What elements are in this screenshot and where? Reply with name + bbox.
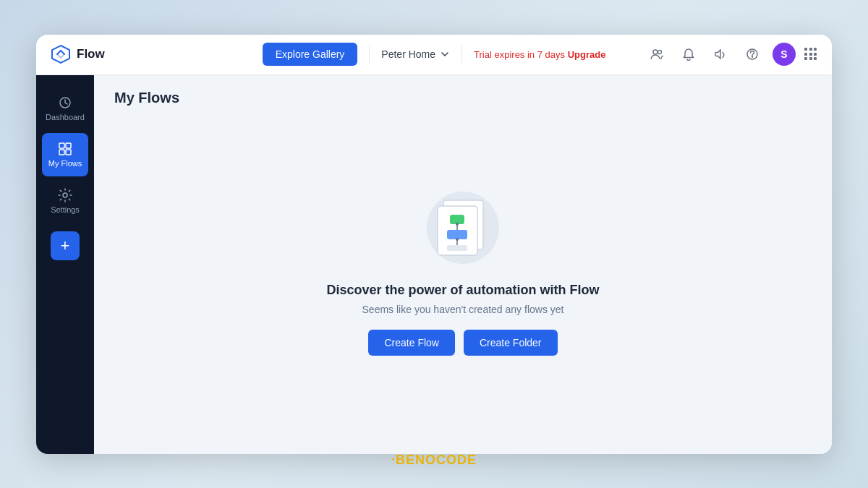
svg-rect-8 bbox=[66, 150, 71, 155]
svg-marker-0 bbox=[52, 46, 69, 63]
user-name: Peter Home bbox=[381, 48, 435, 60]
svg-point-17 bbox=[456, 223, 459, 226]
empty-state-title: Discover the power of automation with Fl… bbox=[326, 283, 599, 298]
add-icon: + bbox=[61, 236, 70, 255]
apps-grid-icon[interactable] bbox=[804, 48, 817, 61]
svg-rect-5 bbox=[59, 143, 64, 148]
user-dropdown[interactable]: Peter Home bbox=[381, 48, 450, 60]
header-right: S bbox=[605, 43, 817, 66]
svg-point-2 bbox=[658, 51, 662, 54]
header: Flow Explore Gallery Peter Home Trial ex… bbox=[36, 35, 832, 75]
sidebar-item-my-flows[interactable]: My Flows bbox=[42, 133, 88, 176]
explore-gallery-button[interactable]: Explore Gallery bbox=[263, 43, 358, 66]
sidebar-item-dashboard[interactable]: Dashboard bbox=[42, 87, 88, 130]
sidebar-dashboard-label: Dashboard bbox=[46, 113, 85, 121]
trial-text: Trial expires in 7 days Upgrade bbox=[474, 49, 605, 60]
svg-rect-7 bbox=[59, 150, 64, 155]
sidebar-settings-label: Settings bbox=[51, 205, 80, 214]
empty-state-subtitle: Seems like you haven't created any flows… bbox=[362, 304, 564, 315]
main-content: My Flows bbox=[94, 75, 832, 454]
upgrade-link[interactable]: Upgrade bbox=[568, 49, 606, 60]
empty-illustration bbox=[416, 184, 510, 271]
speaker-icon-button[interactable] bbox=[709, 43, 732, 66]
svg-point-1 bbox=[653, 50, 658, 54]
header-divider-2 bbox=[461, 46, 462, 63]
sidebar-item-settings[interactable]: Settings bbox=[42, 179, 88, 223]
app-name: Flow bbox=[77, 47, 105, 61]
empty-state-actions: Create Flow Create Folder bbox=[368, 330, 557, 356]
page-title: My Flows bbox=[114, 90, 812, 106]
bell-icon-button[interactable] bbox=[677, 43, 700, 66]
svg-rect-16 bbox=[447, 245, 467, 251]
app-body: Dashboard My Flows Settings bbox=[36, 75, 832, 454]
sidebar: Dashboard My Flows Settings bbox=[36, 75, 94, 454]
help-icon-button[interactable] bbox=[741, 43, 764, 66]
svg-rect-6 bbox=[66, 143, 71, 148]
chevron-down-icon bbox=[440, 49, 450, 59]
sidebar-my-flows-label: My Flows bbox=[48, 159, 82, 168]
create-folder-button[interactable]: Create Folder bbox=[464, 330, 558, 356]
illustration-svg bbox=[416, 184, 510, 271]
svg-point-9 bbox=[63, 193, 67, 197]
create-flow-button[interactable]: Create Flow bbox=[368, 330, 454, 356]
header-center: Explore Gallery Peter Home Trial expires… bbox=[263, 43, 606, 66]
page-header: My Flows bbox=[94, 75, 832, 115]
flow-logo-icon bbox=[51, 44, 71, 64]
header-divider bbox=[369, 46, 370, 63]
empty-state: Discover the power of automation with Fl… bbox=[94, 115, 832, 454]
user-avatar[interactable]: S bbox=[773, 43, 796, 66]
watermark: ·BENOCODE bbox=[391, 453, 477, 468]
logo-area: Flow bbox=[51, 44, 263, 64]
add-button[interactable]: + bbox=[51, 231, 80, 260]
users-icon-button[interactable] bbox=[645, 43, 668, 66]
svg-point-18 bbox=[456, 238, 459, 241]
